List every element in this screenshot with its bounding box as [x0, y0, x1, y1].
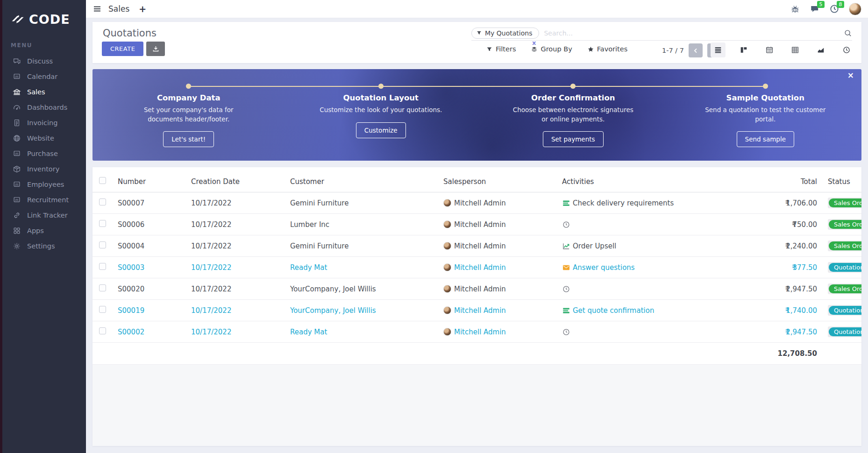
step-button-let-s-start[interactable]: Let's start!: [163, 131, 214, 147]
menu-section-label: MENU: [2, 29, 86, 53]
list-view-button[interactable]: [711, 42, 726, 57]
total-amount: 1,706.00: [786, 199, 817, 207]
favorites-button[interactable]: Favorites: [587, 45, 628, 53]
step-button-set-payments[interactable]: Set payments: [543, 131, 604, 147]
app-logo[interactable]: CODE: [2, 0, 86, 29]
activities-clock-icon[interactable]: 8: [829, 4, 840, 14]
row-checkbox[interactable]: [99, 284, 106, 291]
table-body: S0000710/17/2022Gemini FurnitureMitchell…: [92, 192, 861, 343]
cell-status: Quotation: [818, 262, 861, 273]
sidebar-item-purchase[interactable]: Purchase: [2, 146, 86, 161]
sidebar-item-website[interactable]: Website: [2, 130, 86, 146]
header-activities[interactable]: Activities: [560, 177, 719, 186]
step-title: Quotation Layout: [343, 93, 419, 102]
row-checkbox[interactable]: [99, 306, 106, 313]
sidebar-item-label: Settings: [27, 242, 55, 250]
cell-total: ₹2,240.00: [719, 242, 818, 250]
header-total[interactable]: Total: [719, 177, 818, 186]
sidebar-item-employees[interactable]: Employees: [2, 177, 86, 192]
table-row-s00003[interactable]: S0000310/17/2022Ready MatMitchell AdminA…: [92, 257, 861, 278]
step-button-customize[interactable]: Customize: [356, 122, 406, 138]
sidebar-item-calendar[interactable]: Calendar: [2, 69, 86, 84]
clock-activity-icon[interactable]: [562, 328, 570, 336]
header-salesperson[interactable]: Salesperson: [442, 177, 560, 186]
total-sum: 12,708.50: [719, 349, 818, 358]
cell-creation-date: 10/17/2022: [190, 199, 289, 207]
table-row-s00006[interactable]: S0000610/17/2022Lumber IncMitchell Admin…: [92, 214, 861, 235]
search-icon[interactable]: [844, 29, 852, 37]
hamburger-menu-icon[interactable]: [92, 4, 102, 14]
table-row-s00020[interactable]: S0002010/17/2022YourCompany, Joel Willis…: [92, 278, 861, 300]
header-status[interactable]: Status: [818, 177, 861, 186]
pivot-view-button[interactable]: [788, 42, 803, 57]
header-creation-date[interactable]: Creation Date: [190, 177, 289, 186]
row-checkbox[interactable]: [99, 220, 106, 227]
pager-previous-button[interactable]: [689, 43, 703, 57]
debug-bug-icon[interactable]: [790, 4, 800, 14]
cell-salesperson: Mitchell Admin: [442, 242, 560, 250]
user-avatar[interactable]: [849, 3, 861, 15]
calendar-view-button[interactable]: [762, 42, 777, 57]
table-row-s00019[interactable]: S0001910/17/2022YourCompany, Joel Willis…: [92, 300, 861, 321]
total-amount: 2,947.50: [786, 285, 817, 293]
activity-view-icon: [842, 46, 851, 54]
clock-activity-icon[interactable]: [562, 285, 570, 293]
row-checkbox[interactable]: [99, 241, 106, 248]
cell-customer: Gemini Furniture: [289, 199, 442, 207]
onboarding-step-sample-quotation: Sample QuotationSend a quotation to test…: [669, 69, 862, 161]
sidebar-item-dashboards[interactable]: Dashboards: [2, 99, 86, 115]
cell-activities: Get quote confirmation: [560, 306, 719, 315]
logo-text: CODE: [29, 12, 70, 27]
sidebar-item-label: Purchase: [27, 150, 58, 157]
sidebar-item-discuss[interactable]: Discuss: [2, 53, 86, 69]
cell-creation-date: 10/17/2022: [190, 306, 289, 315]
export-button[interactable]: [146, 42, 165, 56]
calendar-view-icon: [765, 46, 774, 54]
code-logo-icon: [11, 12, 25, 26]
search-facet-my-quotations[interactable]: My Quotations: [471, 28, 539, 39]
search-bar[interactable]: My Quotations x: [471, 26, 852, 41]
row-checkbox[interactable]: [99, 198, 106, 205]
sidebar-item-invoicing[interactable]: Invoicing: [2, 115, 86, 130]
filters-cluster: Filters Group By Favorites: [486, 45, 627, 53]
row-checkbox[interactable]: [99, 263, 106, 270]
status-badge: Sales Order: [829, 220, 861, 229]
search-input[interactable]: [539, 29, 844, 37]
new-tab-button[interactable]: +: [136, 4, 149, 14]
row-checkbox[interactable]: [99, 327, 106, 334]
header-number[interactable]: Number: [113, 177, 190, 186]
step-dot: [763, 84, 768, 89]
activity-view-button[interactable]: [839, 42, 854, 57]
clock-activity-icon[interactable]: [562, 220, 570, 229]
create-button[interactable]: CREATE: [102, 42, 143, 56]
banner-close-icon[interactable]: ×: [847, 71, 854, 79]
download-icon: [152, 45, 160, 53]
envelope-activity-icon[interactable]: [562, 263, 570, 272]
sidebar-item-link-tracker[interactable]: Link Tracker: [2, 207, 86, 223]
sidebar-item-inventory[interactable]: Inventory: [2, 161, 86, 177]
list-activity-icon[interactable]: [562, 199, 570, 207]
select-all-checkbox[interactable]: [99, 177, 106, 184]
sidebar-item-recruitment[interactable]: Recruitment: [2, 192, 86, 207]
table-row-s00004[interactable]: S0000410/17/2022Gemini FurnitureMitchell…: [92, 235, 861, 257]
step-button-send-sample[interactable]: Send sample: [737, 131, 794, 147]
topbar-app-menu[interactable]: Sales: [108, 4, 129, 14]
kanban-view-button[interactable]: [736, 42, 751, 57]
table-row-s00002[interactable]: S0000210/17/2022Ready MatMitchell Admin₹…: [92, 321, 861, 343]
sidebar-item-sales[interactable]: Sales: [2, 84, 86, 99]
invoice-icon: [13, 119, 21, 127]
messages-icon[interactable]: 5: [810, 4, 820, 14]
list-activity-icon[interactable]: [562, 306, 570, 315]
graph-view-button[interactable]: [813, 42, 828, 57]
cell-total: ₹1,740.00: [719, 306, 818, 315]
sidebar-item-settings[interactable]: Settings: [2, 238, 86, 254]
salesperson-avatar: [443, 263, 451, 271]
chart-activity-icon[interactable]: [562, 242, 570, 250]
table-row-s00007[interactable]: S0000710/17/2022Gemini FurnitureMitchell…: [92, 192, 861, 214]
sidebar-item-apps[interactable]: Apps: [2, 223, 86, 238]
header-customer[interactable]: Customer: [289, 177, 442, 186]
group-by-button[interactable]: Group By: [531, 45, 572, 53]
sidebar-item-label: Sales: [27, 88, 45, 96]
cell-creation-date: 10/17/2022: [190, 328, 289, 336]
filters-button[interactable]: Filters: [486, 45, 516, 53]
